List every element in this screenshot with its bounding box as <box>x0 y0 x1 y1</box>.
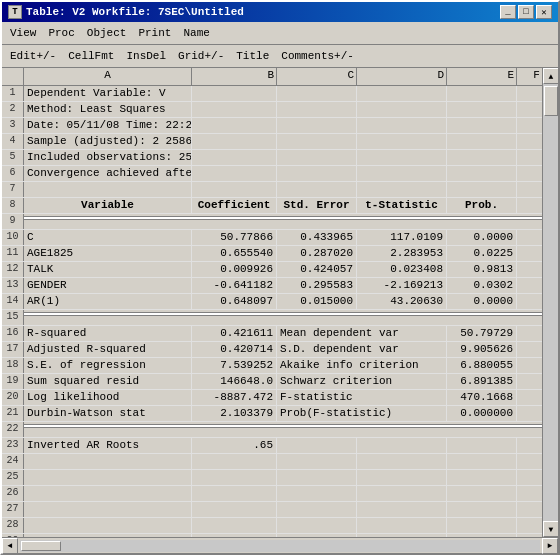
cell-f[interactable] <box>517 134 542 149</box>
table-row[interactable]: 18 S.E. of regression7.539252Akaike info… <box>2 358 542 374</box>
cell-c[interactable]: 0.433965 <box>277 230 357 245</box>
scroll-left-button[interactable]: ◄ <box>2 538 18 554</box>
cell-b[interactable]: Coefficient <box>192 198 277 213</box>
cell-c[interactable]: Mean dependent var <box>277 326 447 341</box>
table-row[interactable]: 26 <box>2 486 542 502</box>
cell-b[interactable]: 0.009926 <box>192 262 277 277</box>
cell-b[interactable]: 0.655540 <box>192 246 277 261</box>
cell-a[interactable]: Date: 05/11/08 Time: 22:28 <box>24 118 192 133</box>
menu-item-insdel[interactable]: InsDel <box>120 47 172 65</box>
horizontal-scrollbar[interactable]: ◄ ► <box>2 537 558 553</box>
cell-c[interactable]: S.D. dependent var <box>277 342 447 357</box>
cell-b[interactable]: -0.641182 <box>192 278 277 293</box>
cell-e[interactable]: 0.000000 <box>447 406 517 421</box>
cell-b[interactable] <box>192 134 277 149</box>
cell-f[interactable] <box>517 454 542 469</box>
cell-c[interactable] <box>277 86 357 101</box>
cell-d[interactable]: 43.20630 <box>357 294 447 309</box>
cell-a[interactable]: TALK <box>24 262 192 277</box>
cell-a[interactable]: S.E. of regression <box>24 358 192 373</box>
cell-c[interactable] <box>277 134 357 149</box>
cell-a[interactable] <box>24 502 192 517</box>
table-row[interactable]: 2 Method: Least Squares <box>2 102 542 118</box>
cell-d[interactable] <box>357 182 447 197</box>
cell-b[interactable] <box>192 166 277 181</box>
cell-a[interactable]: Convergence achieved after 5 iterations <box>24 166 192 181</box>
cell-e[interactable]: 470.1668 <box>447 390 517 405</box>
table-row[interactable]: 5 Included observations: 2585 after adju… <box>2 150 542 166</box>
cell-a[interactable] <box>24 454 192 469</box>
cell-d[interactable]: 117.0109 <box>357 230 447 245</box>
scroll-thumb-v[interactable] <box>544 86 558 116</box>
cell-f[interactable] <box>517 342 542 357</box>
menu-item-object[interactable]: Object <box>81 24 133 42</box>
cell-b[interactable] <box>192 118 277 133</box>
cell-e[interactable] <box>447 86 517 101</box>
scroll-thumb-h[interactable] <box>21 541 61 551</box>
table-row[interactable]: 11 AGE18250.6555400.2870202.2839530.0225 <box>2 246 542 262</box>
table-row[interactable]: 4 Sample (adjusted): 2 2586 <box>2 134 542 150</box>
scroll-right-button[interactable]: ► <box>542 538 558 554</box>
cell-d[interactable]: 0.023408 <box>357 262 447 277</box>
cell-e[interactable] <box>447 438 517 453</box>
table-row[interactable]: 25 <box>2 470 542 486</box>
cell-e[interactable]: 50.79729 <box>447 326 517 341</box>
cell-d[interactable] <box>357 502 447 517</box>
cell-e[interactable] <box>447 486 517 501</box>
cell-e[interactable] <box>447 150 517 165</box>
table-row[interactable]: 16 R-squared0.421611Mean dependent var50… <box>2 326 542 342</box>
cell-b[interactable] <box>192 102 277 117</box>
cell-a[interactable]: GENDER <box>24 278 192 293</box>
cell-f[interactable] <box>517 294 542 309</box>
cell-c[interactable] <box>277 182 357 197</box>
cell-d[interactable] <box>357 118 447 133</box>
cell-c[interactable]: Std. Error <box>277 198 357 213</box>
cell-a[interactable]: R-squared <box>24 326 192 341</box>
cell-d[interactable] <box>357 86 447 101</box>
cell-c[interactable] <box>277 118 357 133</box>
cell-a[interactable]: Adjusted R-squared <box>24 342 192 357</box>
cell-c[interactable]: Akaike info criterion <box>277 358 447 373</box>
cell-a[interactable]: Durbin-Watson stat <box>24 406 192 421</box>
cell-c[interactable] <box>277 518 357 533</box>
cell-e[interactable] <box>447 118 517 133</box>
cell-a[interactable] <box>24 470 192 485</box>
table-row[interactable]: 21 Durbin-Watson stat2.103379Prob(F-stat… <box>2 406 542 422</box>
cell-a[interactable]: Sample (adjusted): 2 2586 <box>24 134 192 149</box>
cell-d[interactable] <box>357 134 447 149</box>
cell-f[interactable] <box>517 374 542 389</box>
menu-item-edit-[interactable]: Edit+/- <box>4 47 62 65</box>
cell-b[interactable] <box>192 150 277 165</box>
table-row[interactable]: 13 GENDER-0.6411820.295583-2.1692130.030… <box>2 278 542 294</box>
cell-e[interactable]: 0.0000 <box>447 230 517 245</box>
cell-b[interactable] <box>192 454 277 469</box>
cell-d[interactable]: 2.283953 <box>357 246 447 261</box>
cell-f[interactable] <box>517 406 542 421</box>
table-row[interactable]: 7 <box>2 182 542 198</box>
table-row[interactable]: 28 <box>2 518 542 534</box>
cell-f[interactable] <box>517 470 542 485</box>
cell-e[interactable] <box>447 182 517 197</box>
scroll-down-button[interactable]: ▼ <box>543 521 558 537</box>
cell-b[interactable]: 146648.0 <box>192 374 277 389</box>
cell-c[interactable] <box>277 438 357 453</box>
table-row[interactable]: 19 Sum squared resid146648.0Schwarz crit… <box>2 374 542 390</box>
cell-a[interactable] <box>24 486 192 501</box>
cell-a[interactable]: Included observations: 2585 after adjust… <box>24 150 192 165</box>
cell-a[interactable]: Dependent Variable: V <box>24 86 192 101</box>
cell-a[interactable] <box>24 182 192 197</box>
cell-c[interactable] <box>277 150 357 165</box>
cell-f[interactable] <box>517 118 542 133</box>
cell-f[interactable] <box>517 102 542 117</box>
cell-d[interactable] <box>357 486 447 501</box>
cell-f[interactable] <box>517 150 542 165</box>
cell-e[interactable] <box>447 166 517 181</box>
cell-c[interactable] <box>277 502 357 517</box>
cell-c[interactable]: 0.015000 <box>277 294 357 309</box>
cell-a[interactable]: Sum squared resid <box>24 374 192 389</box>
cell-b[interactable] <box>192 182 277 197</box>
cell-d[interactable] <box>357 150 447 165</box>
table-row[interactable]: 23 Inverted AR Roots.65 <box>2 438 542 454</box>
table-row[interactable]: 20 Log likelihood-8887.472F-statistic470… <box>2 390 542 406</box>
menu-item-name[interactable]: Name <box>177 24 215 42</box>
